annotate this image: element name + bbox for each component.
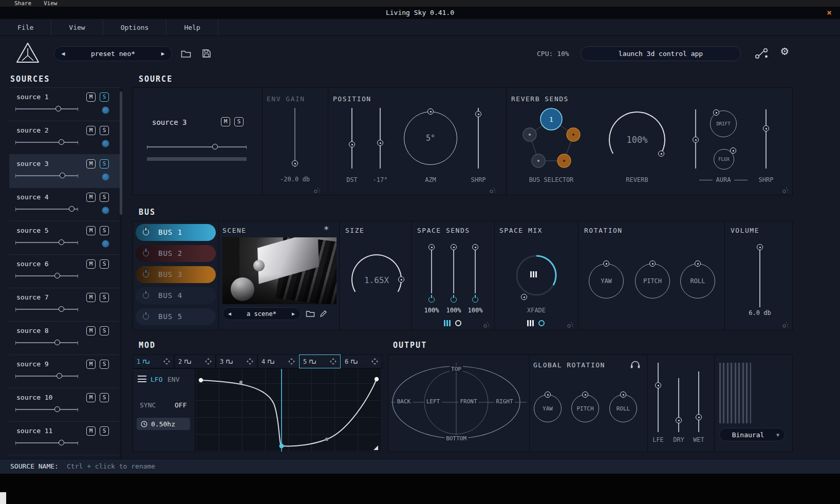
preset-name[interactable]: preset neo* [72, 50, 154, 58]
source-gain-slider[interactable] [15, 175, 78, 176]
list-item[interactable]: source 6 M S [9, 255, 120, 288]
yaw-marker[interactable] [603, 260, 609, 267]
solo-button[interactable]: S [100, 293, 109, 302]
source-gain-slider[interactable] [15, 442, 78, 443]
bars-mode-icon[interactable] [444, 320, 451, 326]
close-icon[interactable]: × [827, 8, 832, 17]
roll-marker[interactable] [695, 260, 701, 267]
power-icon[interactable] [143, 292, 149, 298]
lfo-tab-2[interactable]: 2 [174, 354, 216, 368]
bars-mode-icon[interactable] [527, 320, 534, 326]
aura-sharp-knob[interactable] [763, 125, 769, 132]
resize-handle-icon[interactable] [374, 445, 378, 450]
wet-slider[interactable] [698, 371, 699, 432]
headphones-icon[interactable] [630, 360, 641, 369]
mute-button[interactable]: M [86, 226, 96, 235]
list-item-selected[interactable]: source 3 M S [9, 155, 120, 188]
source-solo-button[interactable]: S [234, 117, 244, 126]
drift-marker[interactable] [713, 109, 719, 116]
mute-button[interactable]: M [86, 393, 96, 402]
circle-mode-icon[interactable] [455, 320, 461, 326]
source-gain-slider[interactable] [15, 108, 78, 109]
move-icon[interactable] [163, 358, 170, 365]
solo-button[interactable]: S [100, 193, 109, 202]
edit-pencil-icon[interactable] [320, 309, 328, 318]
list-item[interactable]: source 5 M S [9, 221, 120, 255]
source-level-slider[interactable] [147, 146, 247, 147]
menu-options[interactable]: Options [103, 19, 167, 35]
power-icon[interactable] [143, 313, 149, 320]
lfe-knob[interactable] [655, 382, 661, 388]
solo-button[interactable]: S [100, 326, 109, 335]
menu-file[interactable]: File [0, 19, 51, 35]
sync-toggle[interactable]: OFF [175, 401, 186, 409]
position-sharp-knob[interactable] [475, 111, 481, 117]
move-icon[interactable] [205, 358, 212, 365]
pitch-knob[interactable]: PITCH [635, 264, 670, 298]
list-item[interactable]: source 9 M S [9, 355, 120, 388]
source-gain-slider[interactable] [15, 242, 78, 243]
pitch-marker[interactable] [649, 260, 656, 267]
solo-button[interactable]: S [100, 360, 109, 369]
aura-sharp-slider[interactable] [766, 109, 767, 169]
xy-pad-icon[interactable] [483, 321, 490, 328]
list-item[interactable]: source 7 M S [9, 288, 120, 322]
space-send-1-slider[interactable] [431, 247, 432, 293]
mute-button[interactable]: M [86, 293, 96, 302]
lfo-tab-3[interactable]: 3 [216, 354, 257, 368]
power-icon[interactable] [143, 250, 149, 256]
space-send-3-power-icon[interactable] [472, 296, 478, 303]
source-gain-slider[interactable] [15, 142, 78, 143]
save-icon[interactable] [202, 49, 211, 58]
lfo-rate-field[interactable]: 0.50hz [137, 418, 190, 430]
xy-pad-icon[interactable] [489, 186, 496, 194]
env-gain-knob[interactable] [292, 160, 298, 166]
lfo-tab-5[interactable]: 5 [299, 354, 341, 368]
aura-knob[interactable] [693, 137, 699, 143]
volume-knob[interactable] [757, 244, 763, 250]
source-gain-slider[interactable] [15, 309, 78, 310]
source-mute-button[interactable]: M [221, 117, 230, 126]
menu-help[interactable]: Help [166, 19, 218, 35]
space-send-1-power-icon[interactable] [428, 296, 435, 303]
mute-button[interactable]: M [86, 360, 96, 369]
move-icon[interactable] [288, 358, 295, 365]
size-marker[interactable] [398, 276, 404, 283]
source-gain-slider[interactable] [15, 409, 78, 410]
reverb-marker[interactable] [658, 151, 664, 157]
source-gain-slider[interactable] [15, 209, 78, 210]
routing-icon[interactable] [754, 47, 769, 60]
distance-knob[interactable] [349, 141, 355, 147]
menu-hamburger-icon[interactable] [138, 376, 146, 382]
space-send-1-knob[interactable] [428, 244, 435, 250]
global-pitch-marker[interactable] [582, 391, 588, 398]
solo-button[interactable]: S [100, 226, 109, 235]
sources-scrollbar[interactable] [120, 87, 122, 460]
gear-icon[interactable]: ⚙ [781, 45, 788, 57]
tilt-knob[interactable] [377, 140, 383, 146]
bus-1-button[interactable]: BUS 1 [136, 224, 216, 241]
global-yaw-knob[interactable]: YAW [534, 395, 562, 422]
distance-slider[interactable] [351, 108, 352, 169]
global-roll-marker[interactable] [620, 391, 626, 398]
lfo-mode-button[interactable]: LFO [151, 376, 162, 383]
tilt-slider[interactable] [380, 108, 381, 169]
space-send-2-power-icon[interactable] [451, 296, 457, 303]
source-gain-slider[interactable] [15, 342, 78, 343]
lfo-tab-4[interactable]: 4 [257, 354, 299, 368]
mute-button[interactable]: M [86, 126, 96, 135]
source-gain-slider[interactable] [15, 275, 78, 276]
scene-thumbnail[interactable] [222, 237, 337, 304]
space-send-2-slider[interactable] [453, 247, 454, 293]
list-item[interactable]: source 4 M S [9, 188, 120, 221]
dry-knob[interactable] [676, 417, 682, 423]
circle-mode-icon[interactable] [538, 320, 545, 326]
launch-3d-control-button[interactable]: launch 3d control app [581, 46, 741, 61]
folder-icon[interactable] [181, 49, 191, 58]
env-gain-slider[interactable] [294, 108, 295, 167]
wet-knob[interactable] [696, 414, 702, 420]
dry-slider[interactable] [678, 378, 679, 432]
solo-button[interactable]: S [100, 126, 109, 135]
space-send-3-slider[interactable] [475, 247, 476, 293]
azimuth-knob[interactable]: 5° [404, 111, 457, 165]
